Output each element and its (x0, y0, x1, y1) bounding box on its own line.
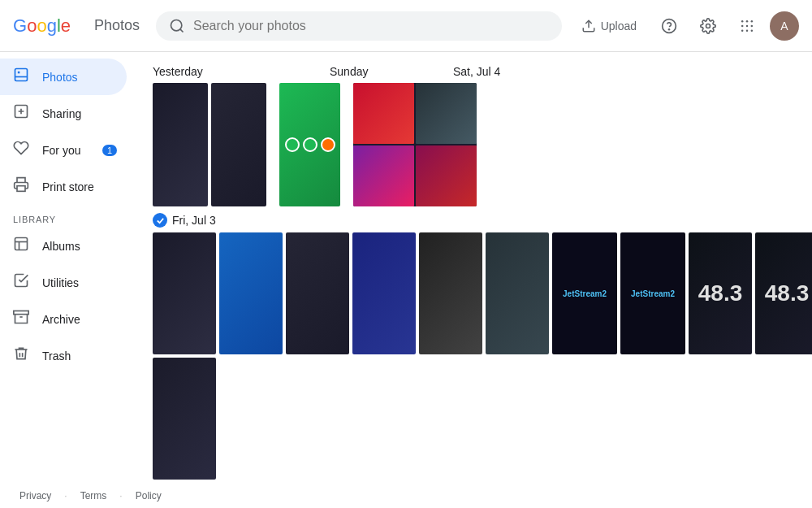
svg-point-12 (751, 24, 754, 27)
sidebar-label-albums: Albums (42, 240, 80, 253)
archive-icon (13, 309, 29, 329)
sidebar-item-for-you[interactable]: For you 1 (0, 132, 127, 168)
svg-line-2 (180, 28, 184, 32)
utilities-icon (13, 272, 29, 293)
svg-rect-17 (18, 72, 19, 74)
photo-thumb[interactable] (419, 232, 482, 354)
search-icon (169, 18, 185, 34)
footer-dot2: · (119, 490, 122, 501)
svg-rect-21 (15, 238, 28, 250)
svg-point-9 (751, 20, 754, 22)
photo-thumb[interactable]: 48.3 (689, 232, 752, 354)
help-button[interactable] (653, 10, 685, 42)
sidebar-label-utilities: Utilities (42, 276, 79, 289)
photo-thumb[interactable]: JetStream2 (620, 232, 685, 354)
svg-point-6 (706, 24, 710, 28)
help-icon (661, 18, 677, 34)
for-you-icon (13, 140, 29, 160)
svg-point-13 (741, 29, 744, 32)
svg-point-1 (171, 20, 182, 30)
photos-logo-text: Photos (94, 17, 140, 34)
sidebar-label-print-store: Print store (42, 180, 94, 193)
sidebar-item-print-store[interactable]: Print store (0, 168, 127, 205)
terms-link[interactable]: Terms (80, 490, 107, 501)
photo-thumb[interactable] (352, 232, 416, 354)
svg-rect-20 (17, 186, 25, 192)
policy-link[interactable]: Policy (136, 490, 162, 501)
sidebar-label-sharing: Sharing (42, 107, 81, 120)
privacy-link[interactable]: Privacy (19, 490, 51, 501)
svg-point-15 (751, 29, 754, 32)
photo-thumb[interactable] (153, 232, 216, 354)
date-headers-row1: Yesterday Sunday Sat, Jul 4 (153, 65, 796, 78)
photo-thumb[interactable] (353, 83, 477, 206)
date-yesterday: Yesterday (153, 65, 276, 78)
sidebar-label-for-you: For you (42, 144, 80, 157)
avatar[interactable]: A (770, 11, 799, 41)
footer-dot1: · (64, 490, 67, 501)
photo-thumb[interactable] (219, 232, 283, 354)
upload-icon (581, 19, 596, 33)
sidebar-label-trash: Trash (42, 350, 71, 363)
content-area: Yesterday Sunday Sat, Jul 4 (133, 52, 812, 484)
google-logo-icon: Google (13, 14, 88, 38)
date-fri-jul3: Fri, Jul 3 (172, 214, 216, 227)
date-fri-jul3-header: Fri, Jul 3 (153, 213, 796, 228)
sharing-icon (13, 103, 29, 124)
sidebar-item-albums[interactable]: Albums (0, 228, 127, 264)
photo-thumb[interactable]: JetStream2 (552, 232, 617, 354)
albums-icon (13, 236, 29, 256)
sidebar-item-trash[interactable]: Trash (0, 337, 127, 374)
library-section-label: LIBRARY (0, 205, 133, 228)
main-layout: Photos Sharing For you 1 (0, 52, 812, 484)
photo-thumb[interactable] (486, 232, 549, 354)
sidebar-item-photos[interactable]: Photos (0, 59, 127, 95)
apps-icon (739, 18, 755, 34)
svg-text:Google: Google (13, 15, 71, 36)
fri-photos-row1: JetStream2 JetStream2 48.3 48.3 (153, 232, 796, 354)
search-input[interactable] (193, 19, 549, 33)
apps-button[interactable] (731, 10, 763, 42)
svg-rect-16 (15, 69, 28, 81)
topbar-actions: Upload A (572, 10, 799, 42)
sidebar-item-sharing[interactable]: Sharing (0, 95, 127, 132)
print-store-icon (13, 176, 29, 197)
sidebar-item-archive[interactable]: Archive (0, 301, 127, 337)
search-bar[interactable] (156, 11, 562, 41)
topbar: Google Photos Upload (0, 0, 812, 52)
fri-photos-row2 (153, 358, 796, 480)
photo-thumb[interactable]: 48.3 (755, 232, 812, 354)
settings-button[interactable] (692, 10, 724, 42)
photo-thumb[interactable] (286, 232, 349, 354)
date-sunday: Sunday (330, 65, 404, 78)
photo-thumb[interactable] (153, 83, 208, 206)
svg-point-10 (741, 24, 744, 27)
date-sat-jul4: Sat, Jul 4 (453, 65, 500, 78)
sidebar-label-archive: Archive (42, 313, 80, 326)
logo[interactable]: Google Photos (13, 14, 140, 38)
svg-point-7 (741, 20, 744, 22)
svg-point-8 (746, 20, 749, 22)
photo-thumb[interactable] (211, 83, 266, 206)
settings-icon (700, 18, 716, 34)
sidebar: Photos Sharing For you 1 (0, 52, 133, 484)
photos-icon (13, 67, 29, 87)
photos-row1 (153, 83, 796, 206)
check-circle-icon (153, 213, 167, 228)
photo-thumb[interactable] (153, 358, 216, 480)
svg-rect-24 (14, 311, 28, 315)
photo-thumb[interactable] (279, 83, 340, 206)
sidebar-item-utilities[interactable]: Utilities (0, 264, 127, 301)
footer: Privacy · Terms · Policy (0, 484, 812, 508)
upload-button[interactable]: Upload (572, 12, 646, 40)
for-you-badge: 1 (102, 145, 117, 156)
sidebar-label-photos: Photos (42, 71, 78, 84)
trash-icon (13, 345, 29, 366)
svg-point-11 (746, 24, 749, 27)
svg-point-14 (746, 29, 749, 32)
